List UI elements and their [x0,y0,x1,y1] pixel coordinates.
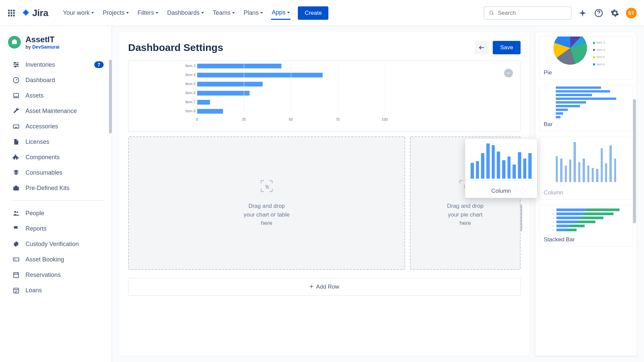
bar-preview-icon [556,85,616,119]
svg-point-18 [14,62,16,64]
svg-rect-14 [13,40,15,41]
app-header: AssetIT by DevSamurai [8,35,108,50]
notifications-icon[interactable] [578,8,588,18]
widget-option-bar[interactable]: Bar [539,85,633,131]
nav-plans[interactable]: Plans [243,6,264,20]
global-header: Jira Your work Projects Filters Dashboar… [0,0,644,26]
layers-icon [12,169,20,177]
pie-legend: Item 3 Item 4 Item 5 Item 6 [593,39,605,67]
bar-chart-widget[interactable]: − Item 3Item 4Item 5Item 6Item 7Item 802… [128,60,521,132]
scrollbar-thumb[interactable] [633,99,636,223]
help-icon[interactable] [594,8,604,18]
chevron-down-icon [156,12,158,14]
sidebar-item-label: Dashboard [25,77,55,84]
widget-label: Column [540,187,632,199]
page-actions: Save [475,41,521,54]
keyboard-icon [12,122,20,130]
sidebar-item-people[interactable]: People [8,205,108,221]
svg-line-10 [492,13,493,14]
svg-rect-5 [13,12,15,14]
sidebar-item-label: Accessories [25,123,58,130]
svg-point-9 [490,11,493,14]
chevron-down-icon [260,12,263,14]
svg-rect-7 [11,15,12,16]
ticket-icon [12,255,20,263]
back-button[interactable] [475,41,489,54]
sidebar-item-reservations[interactable]: Reservations [8,267,108,283]
scrollbar-thumb[interactable] [109,60,112,133]
toolbox-icon [12,184,20,192]
sidebar-item-booking[interactable]: Asset Booking [8,252,108,267]
sidebar-item-loans[interactable]: Loans [8,283,108,298]
widget-palette: Item 3 Item 4 Item 5 Item 6 Pie [535,32,637,356]
widget-option-stacked-bar[interactable]: 1 2 3 4 5 6 Stacked Bar [539,205,633,247]
svg-line-22 [16,79,17,80]
widget-option-column[interactable]: Column [539,137,633,200]
nav-projects[interactable]: Projects [102,6,129,20]
user-avatar[interactable]: ST [626,8,637,18]
nav-apps[interactable]: Apps [271,6,290,20]
wrench-icon [12,107,20,115]
svg-point-20 [15,66,16,67]
add-row-button[interactable]: + Add Row [128,278,521,296]
drop-zone-pie[interactable]: Drag and drop your pie chart here Column [410,136,521,270]
sliders-icon [12,61,20,69]
sidebar-item-label: Reports [25,225,47,232]
save-button[interactable]: Save [493,41,521,54]
create-button[interactable]: Create [298,6,328,20]
svg-rect-31 [15,186,17,187]
plus-icon: + [310,283,314,291]
svg-rect-0 [8,10,10,11]
nav-filters[interactable]: Filters [137,6,159,20]
gauge-icon [12,76,20,84]
sidebar-item-label: Consumables [25,169,62,176]
widget-label: Pie [540,67,632,79]
sidebar-item-dashboard[interactable]: Dashboard [8,72,108,88]
sidebar-item-label: Pre-Defined Kits [25,185,69,192]
app-name: AssetIT [25,35,59,44]
chevron-down-icon [232,12,235,14]
widget-label: Stacked Bar [540,234,632,246]
sidebar-item-assets[interactable]: Assets [8,88,108,103]
drop-placeholder-icon [259,179,274,195]
jira-mark-icon [21,9,30,17]
svg-rect-4 [11,12,12,14]
sidebar-item-maintenance[interactable]: Asset Maintenance [8,103,108,119]
sidebar-item-licenses[interactable]: Licenses [8,134,108,149]
widget-option-pie[interactable]: Item 3 Item 4 Item 5 Item 6 Pie [539,36,633,80]
app-switcher-icon[interactable] [7,9,15,17]
sidebar-item-consumables[interactable]: Consumables [8,165,108,180]
drop-text: Drag and drop your pie chart here [447,202,484,228]
app-logo-icon [8,36,21,49]
vendor-link[interactable]: DevSamurai [32,44,59,50]
chevron-down-icon [201,12,204,14]
drop-zone-chart[interactable]: Drag and drop your chart or table here [128,136,405,270]
sidebar: AssetIT by DevSamurai Inventories 7 Dash… [0,26,112,362]
svg-rect-8 [13,15,15,16]
svg-rect-41 [14,288,19,293]
sidebar-item-inventories[interactable]: Inventories 7 [8,57,108,72]
search-box[interactable] [484,6,572,20]
sidebar-item-reports[interactable]: Reports [8,221,108,236]
laptop-icon [12,92,20,100]
page-header: Dashboard Settings Save [128,41,521,54]
sidebar-item-label: Loans [25,287,42,294]
search-input[interactable] [498,10,566,16]
bar-chart: Item 3Item 4Item 5Item 6Item 7Item 80255… [197,62,385,123]
jira-logo[interactable]: Jira [21,8,48,18]
sidebar-item-label: Asset Maintenance [25,108,77,115]
sidebar-item-custody[interactable]: Custody Verification [8,236,108,252]
settings-icon[interactable] [610,8,620,18]
remove-widget-button[interactable]: − [504,69,513,77]
chevron-down-icon [287,12,290,13]
nav-your-work[interactable]: Your work [62,6,95,20]
sidebar-item-accessories[interactable]: Accessories [8,119,108,134]
nav-dashboards[interactable]: Dashboards [166,6,205,20]
sidebar-item-kits[interactable]: Pre-Defined Kits [8,180,108,196]
drag-ghost-column-widget[interactable]: Column [465,138,537,198]
nav-teams[interactable]: Teams [212,6,235,20]
column-preview-icon [556,142,616,182]
page-title: Dashboard Settings [128,42,223,53]
sidebar-item-components[interactable]: Components [8,149,108,165]
main-content: Dashboard Settings Save − Item 3Item 4It… [112,26,644,362]
